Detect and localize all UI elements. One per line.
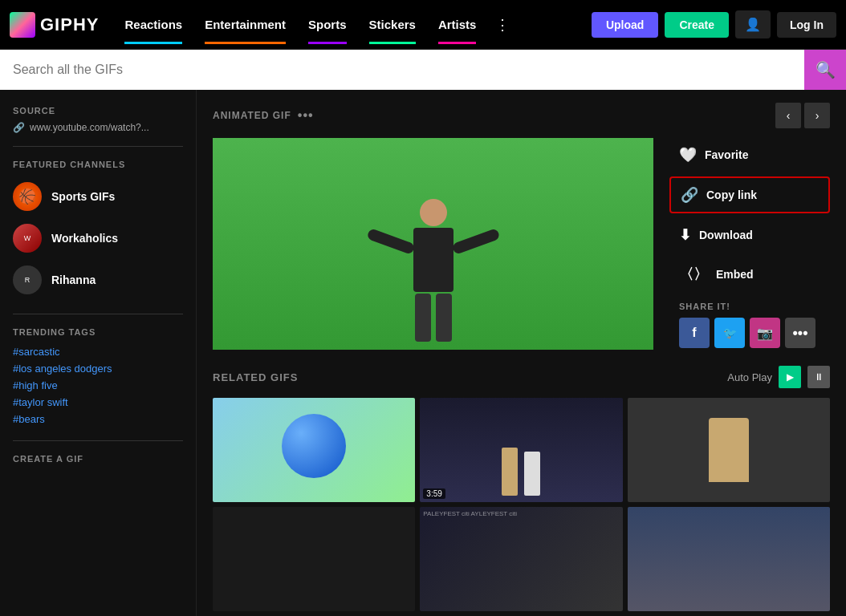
related-gif-5[interactable]: PALEYFEST citi AYLEYFEST citi (420, 507, 622, 611)
sidebar: SOURCE 🔗 www.youtube.com/watch?... FEATU… (0, 90, 197, 616)
share-twitter-button[interactable]: 🐦 (714, 318, 745, 348)
autoplay-pause-button[interactable]: ⏸ (807, 366, 830, 388)
trending-tags-label: TRENDING TAGS (13, 327, 183, 337)
share-more-button[interactable]: ••• (785, 318, 815, 348)
divider-1 (13, 146, 183, 147)
channel-name-workaholics: Workaholics (51, 232, 118, 245)
share-facebook-button[interactable]: f (679, 318, 710, 348)
related-section: RELATED GIFS Auto Play ▶ ⏸ (213, 366, 830, 611)
user-icon-button[interactable]: 👤 (735, 10, 771, 38)
channel-name-sports: Sports GIFs (51, 190, 115, 203)
gif-display (213, 138, 653, 350)
figure-legs (415, 294, 452, 342)
nav-entertainment[interactable]: Entertainment (193, 11, 297, 38)
tag-high-five[interactable]: #high five (13, 377, 183, 394)
action-panel: 🤍 Favorite 🔗 Copy link ⬇ Download 〈〉 Emb… (669, 138, 830, 350)
related-gif-4[interactable] (213, 507, 415, 611)
channel-item-sports[interactable]: 🏀 Sports GIFs (13, 176, 183, 217)
main-content: SOURCE 🔗 www.youtube.com/watch?... FEATU… (0, 90, 846, 616)
channel-thumb-sports: 🏀 (13, 182, 42, 211)
gif-area: 🤍 Favorite 🔗 Copy link ⬇ Download 〈〉 Emb… (213, 138, 830, 350)
next-arrow-button[interactable]: › (804, 103, 830, 128)
event-graphic (628, 398, 830, 502)
source-label: SOURCE (13, 106, 183, 116)
channel-item-workaholics[interactable]: W Workaholics (13, 217, 183, 259)
channel-name-rihanna: Rihanna (51, 274, 96, 286)
divider-3 (13, 440, 183, 441)
copy-link-label: Copy link (706, 188, 757, 201)
related-header: RELATED GIFS Auto Play ▶ ⏸ (213, 366, 830, 388)
logo-icon (10, 12, 35, 38)
search-button[interactable]: 🔍 (804, 50, 846, 90)
gif-nav-arrows: ‹ › (775, 103, 830, 128)
human-figure (413, 199, 454, 342)
fighter-2 (524, 452, 540, 496)
figure-body (413, 228, 454, 292)
nav-sports[interactable]: Sports (297, 11, 358, 38)
gif-header: ANIMATED GIF ••• ‹ › (213, 103, 830, 128)
nav-artists[interactable]: Artists (427, 11, 488, 38)
figure-leg-right (436, 294, 452, 342)
share-instagram-button[interactable]: 📷 (750, 318, 780, 348)
divider-2 (13, 314, 183, 314)
nav-reactions[interactable]: Reactions (113, 11, 193, 38)
search-icon: 🔍 (815, 60, 836, 79)
figure-head (420, 199, 447, 226)
main-nav: Reactions Entertainment Sports Stickers … (113, 10, 591, 40)
gif-figure (213, 138, 653, 350)
tag-taylor-swift[interactable]: #taylor swift (13, 394, 183, 411)
link-icon: 🔗 (13, 122, 25, 133)
upload-button[interactable]: Upload (592, 12, 658, 38)
logo: GIPHY (10, 12, 99, 38)
logo-text: GIPHY (40, 14, 99, 35)
figure-arm-right (451, 228, 500, 255)
create-button[interactable]: Create (665, 12, 729, 38)
related-gif-3[interactable] (628, 398, 830, 502)
embed-button[interactable]: 〈〉 Embed (669, 257, 830, 292)
gif-label: ANIMATED GIF ••• (213, 108, 314, 123)
featured-channels-label: FEATURED CHANNELS (13, 160, 183, 169)
download-button[interactable]: ⬇ Download (669, 218, 830, 252)
nav-stickers[interactable]: Stickers (358, 11, 427, 38)
favorite-button[interactable]: 🤍 Favorite (669, 138, 830, 172)
ufc-graphic (420, 398, 622, 502)
related-gif-6[interactable] (628, 507, 830, 611)
favorite-label: Favorite (705, 148, 748, 161)
download-label: Download (699, 229, 753, 241)
prev-arrow-button[interactable]: ‹ (775, 103, 801, 128)
bubble-ball-graphic (282, 414, 346, 478)
nav-more-icon[interactable]: ⋮ (487, 10, 518, 40)
fighter-1 (502, 448, 518, 496)
channel-thumb-workaholics: W (13, 224, 42, 253)
source-url: www.youtube.com/watch?... (30, 122, 149, 133)
autoplay-play-button[interactable]: ▶ (779, 366, 801, 388)
copy-link-button[interactable]: 🔗 Copy link (669, 176, 830, 213)
favorite-icon: 🤍 (679, 146, 697, 164)
tag-bears[interactable]: #bears (13, 411, 183, 428)
copy-link-icon: 🔗 (681, 186, 698, 204)
related-title: RELATED GIFS (213, 371, 298, 383)
share-label: SHARE IT! (679, 302, 830, 311)
autoplay-label: Auto Play (727, 371, 772, 383)
channel-item-rihanna[interactable]: R Rihanna (13, 259, 183, 301)
related-gif-2[interactable]: 3:59 (420, 398, 622, 502)
login-button[interactable]: Log In (777, 12, 836, 38)
tag-la-dodgers[interactable]: #los angeles dodgers (13, 360, 183, 377)
nav-actions: Upload Create 👤 Log In (592, 10, 836, 38)
tag-sarcastic[interactable]: #sarcastic (13, 343, 183, 360)
embed-icon: 〈〉 (679, 265, 708, 284)
related-gif-1[interactable] (213, 398, 415, 502)
gif-options-dots[interactable]: ••• (298, 108, 314, 123)
search-bar: 🔍 (0, 50, 846, 90)
autoplay-area: Auto Play ▶ ⏸ (727, 366, 830, 388)
search-input[interactable] (0, 50, 804, 90)
figure-arm-left (366, 228, 415, 255)
create-gif-label: CREATE A GIF (13, 454, 183, 464)
related-gif-grid: 3:59 PALEYFEST citi AYLEYFEST citi (213, 398, 830, 611)
gif-duration-2: 3:59 (423, 488, 445, 499)
figure-leg-left (415, 294, 431, 342)
source-link[interactable]: 🔗 www.youtube.com/watch?... (13, 122, 183, 133)
person-graphic (709, 418, 749, 482)
paleyfest-text: PALEYFEST citi AYLEYFEST citi (420, 507, 622, 521)
content-area: ANIMATED GIF ••• ‹ › (197, 90, 846, 616)
